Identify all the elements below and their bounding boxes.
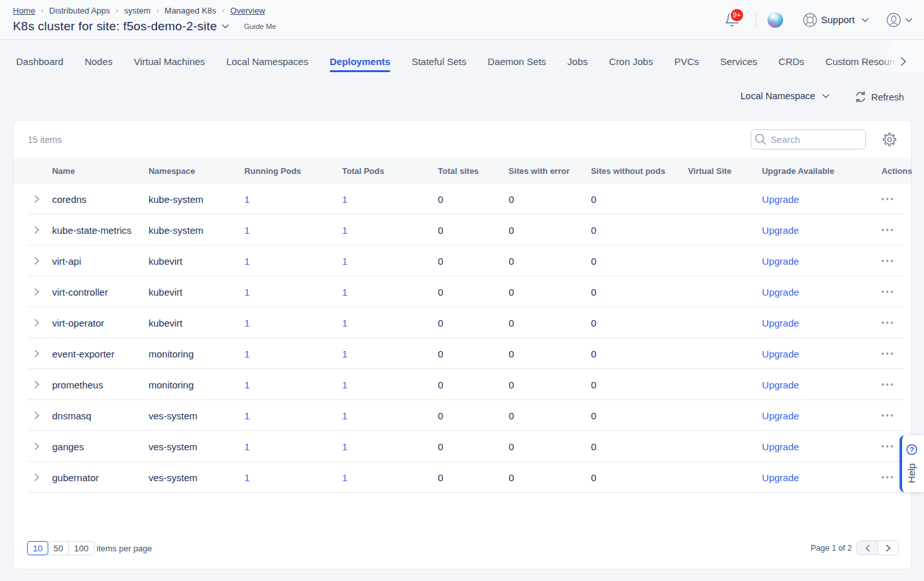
- svg-text:?: ?: [909, 446, 914, 453]
